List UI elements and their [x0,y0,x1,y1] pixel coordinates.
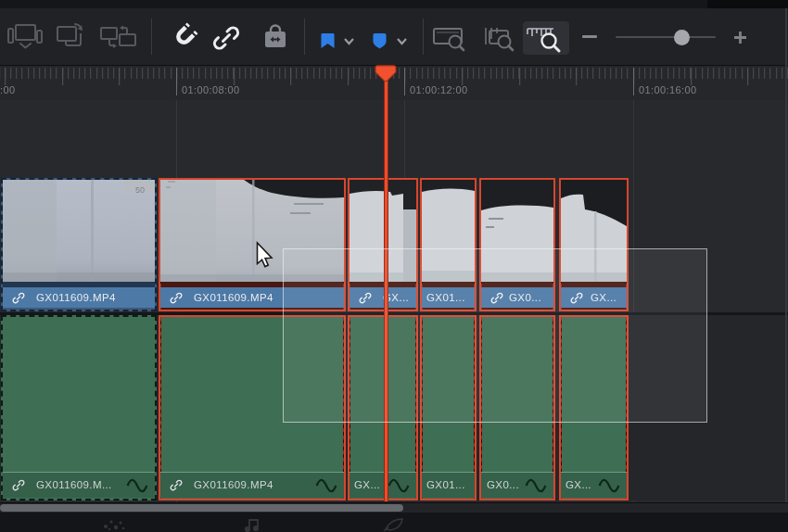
svg-text:50: 50 [135,185,145,195]
